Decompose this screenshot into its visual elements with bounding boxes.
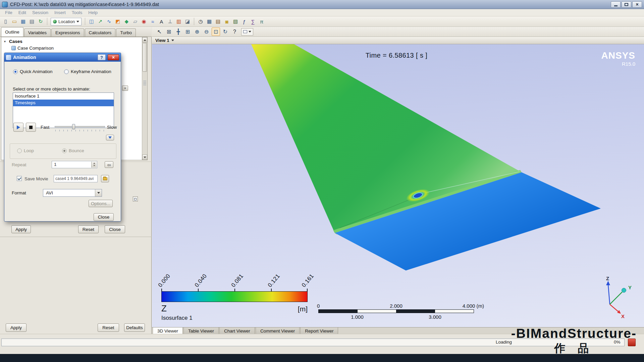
slider-thumb[interactable] bbox=[72, 124, 75, 129]
menu-item[interactable]: Help bbox=[85, 9, 101, 16]
panel-apply-button[interactable]: Apply bbox=[6, 323, 26, 332]
spinner-icon[interactable] bbox=[91, 162, 97, 168]
save-movie-checkbox[interactable] bbox=[17, 176, 22, 181]
minimize-button[interactable] bbox=[611, 1, 621, 8]
pan-icon[interactable]: ╋ bbox=[174, 27, 182, 36]
menu-item[interactable]: Tools bbox=[69, 9, 86, 16]
dialog-close-button-bottom[interactable]: Close bbox=[94, 213, 114, 221]
macro-calculator-icon[interactable]: ∑ bbox=[249, 17, 257, 25]
save-movie-filename-input[interactable]: case4 1 9.964949.avi bbox=[54, 175, 98, 182]
list-item[interactable]: Timesteps bbox=[13, 100, 114, 106]
clip-plane-icon[interactable]: ◪ bbox=[183, 17, 192, 25]
timestep-clock-icon[interactable]: ◷ bbox=[197, 17, 205, 25]
fit-view-icon[interactable]: ⊡ bbox=[212, 27, 220, 36]
probe-select-icon[interactable]: ↖ bbox=[155, 27, 164, 36]
speed-slider[interactable] bbox=[55, 123, 105, 132]
location-dropdown[interactable]: Location bbox=[51, 18, 82, 25]
expressions-icon[interactable]: π bbox=[258, 17, 266, 25]
dialog-titlebar[interactable]: Animation ? × bbox=[4, 53, 121, 62]
view-header[interactable]: View 1 bbox=[152, 37, 644, 44]
details-close-button[interactable]: × bbox=[122, 85, 128, 91]
panel-reset-button[interactable]: Reset bbox=[98, 323, 119, 332]
tree-expander-icon[interactable]: ▾ bbox=[4, 40, 7, 43]
viewer-tab[interactable]: Comment Viewer bbox=[256, 327, 300, 335]
save-state-icon[interactable]: ▦ bbox=[19, 17, 27, 25]
area-select-icon[interactable]: ⊠ bbox=[165, 27, 173, 36]
maximize-button[interactable] bbox=[622, 1, 631, 8]
print-icon[interactable]: ▤ bbox=[28, 17, 36, 25]
polyline-icon[interactable]: ≈ bbox=[149, 17, 157, 25]
legend-tick-labels: 0.0000.0400.0810.1210.161 bbox=[161, 269, 308, 289]
text-icon[interactable]: A bbox=[157, 17, 165, 25]
chart-icon[interactable]: ▤ bbox=[214, 17, 222, 25]
panel-defaults-button[interactable]: Defaults bbox=[124, 323, 145, 332]
details-close-button2[interactable]: Close bbox=[105, 225, 125, 233]
refresh-icon[interactable]: ↻ bbox=[37, 17, 45, 25]
panel-tab[interactable]: Expressions bbox=[51, 28, 84, 37]
help-button[interactable]: ? bbox=[98, 54, 106, 60]
menu-item[interactable]: Insert bbox=[51, 9, 69, 16]
scroll-up-icon[interactable] bbox=[142, 37, 147, 43]
location-label: Location bbox=[58, 19, 75, 24]
format-dropdown[interactable]: AVI bbox=[43, 189, 102, 197]
panel-tab[interactable]: Outline bbox=[1, 27, 23, 37]
menu-item[interactable]: File bbox=[2, 9, 15, 16]
isosurface-icon[interactable]: ◆ bbox=[122, 17, 130, 25]
function-calculator-icon[interactable]: ƒ bbox=[240, 17, 248, 25]
select-mode-dropdown[interactable] bbox=[241, 28, 253, 36]
plane-icon[interactable]: ▱ bbox=[131, 17, 139, 25]
splitter-grip[interactable] bbox=[143, 81, 146, 85]
probe-query-icon[interactable]: ? bbox=[230, 27, 239, 36]
details-apply-button[interactable]: Apply bbox=[11, 225, 31, 233]
contour-icon[interactable]: ◩ bbox=[114, 17, 122, 25]
window-titlebar[interactable]: CFD-Post: K:\wzb data\03 wq mitigation\c… bbox=[0, 0, 644, 9]
viewer-tab[interactable]: Table Viewer bbox=[183, 327, 219, 335]
dropdown-arrow[interactable] bbox=[95, 189, 102, 196]
panel-tab[interactable]: Variables bbox=[24, 28, 51, 37]
close-button[interactable]: × bbox=[632, 1, 642, 8]
viewer-tab[interactable]: Chart Viewer bbox=[219, 327, 255, 335]
keyframe-animation-radio[interactable]: Keyframe Animation bbox=[64, 69, 111, 74]
zoom-in-icon[interactable]: ⊕ bbox=[193, 27, 201, 36]
load-results-icon[interactable]: ▭ bbox=[10, 17, 18, 25]
wireframe-icon[interactable]: ◫ bbox=[88, 17, 96, 25]
loop-radio[interactable]: Loop bbox=[17, 148, 34, 153]
options-button[interactable]: Options... bbox=[89, 200, 113, 207]
table-icon[interactable]: ▦ bbox=[205, 17, 213, 25]
zoom-out-icon[interactable]: ⊖ bbox=[202, 27, 211, 36]
comment-icon[interactable]: ◙ bbox=[223, 17, 231, 25]
more-options-chevron-button[interactable] bbox=[106, 135, 114, 140]
dialog-close-button[interactable]: × bbox=[108, 54, 119, 60]
tree-scrollbar[interactable] bbox=[142, 37, 147, 160]
details-reset-button[interactable]: Reset bbox=[78, 225, 99, 233]
new-file-icon[interactable]: ▯ bbox=[2, 17, 10, 25]
list-item[interactable]: Isosurface 1 bbox=[13, 93, 114, 100]
bounce-radio[interactable]: Bounce bbox=[62, 148, 84, 153]
zoom-box-icon[interactable]: ⊞ bbox=[183, 27, 192, 36]
play-button[interactable] bbox=[13, 123, 23, 132]
menu-item[interactable]: Edit bbox=[15, 9, 29, 16]
panel-tab[interactable]: Turbo bbox=[116, 28, 136, 37]
tree-item-case-comparison[interactable]: Case Comparison bbox=[1, 45, 147, 51]
repeat-input[interactable]: 1 bbox=[52, 161, 97, 168]
render-view[interactable]: Z Y X Time = 6.58613 [ s ] ANSYS R15.0 0… bbox=[152, 44, 644, 327]
streamline-icon[interactable]: ∿ bbox=[105, 17, 113, 25]
legend-icon[interactable]: ▥ bbox=[175, 17, 183, 25]
panel-expand-icon[interactable] bbox=[133, 196, 138, 201]
vector-icon[interactable]: ↗ bbox=[96, 17, 104, 25]
menu-item[interactable]: Session bbox=[29, 9, 51, 16]
stop-button[interactable] bbox=[26, 123, 36, 132]
coord-frame-icon[interactable]: ⊥ bbox=[166, 17, 174, 25]
panel-tab[interactable]: Calculators bbox=[85, 28, 116, 37]
viewer-tab[interactable]: Report Viewer bbox=[300, 327, 338, 335]
browse-button[interactable] bbox=[101, 175, 109, 182]
rotate-icon[interactable]: ↻ bbox=[221, 27, 229, 36]
report-icon[interactable]: ▧ bbox=[231, 17, 239, 25]
scroll-down-icon[interactable] bbox=[142, 155, 147, 160]
color-legend: 0.0000.0400.0810.1210.161 Z [m] Isosurfa… bbox=[161, 269, 308, 321]
tree-item-cases[interactable]: ▾ Cases bbox=[1, 38, 147, 45]
quick-animation-radio[interactable]: Quick Animation bbox=[13, 69, 53, 74]
scrollbar-thumb[interactable] bbox=[143, 43, 147, 72]
point-icon[interactable]: ◉ bbox=[140, 17, 148, 25]
repeat-infinite-button[interactable]: ∞ bbox=[105, 161, 113, 168]
